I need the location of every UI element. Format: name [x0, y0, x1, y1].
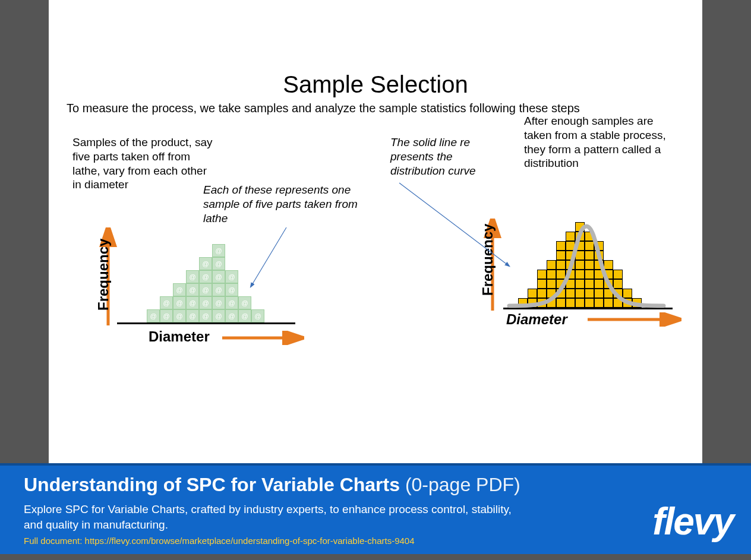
slide-subtitle: To measure the process, we take samples … — [67, 102, 702, 115]
svg-line-2 — [251, 227, 286, 287]
right-x-axis-label: Diameter — [506, 311, 567, 328]
left-y-axis-label: Frequency — [95, 239, 112, 311]
footer-band: Understanding of SPC for Variable Charts… — [0, 463, 751, 554]
footer-link[interactable]: Full document: https://flevy.com/browse/… — [24, 536, 733, 546]
callout-center: The solid line re presents the distribut… — [390, 135, 497, 178]
x-axis-arrow-icon — [586, 312, 681, 327]
slide-title: Sample Selection — [49, 71, 702, 98]
left-x-axis-line — [117, 322, 295, 324]
slide-page: Sample Selection To measure the process,… — [49, 0, 702, 463]
left-chart: Frequency Diameter @ @@ @@@ @@@@ @@@@@ @… — [90, 222, 298, 340]
x-axis-arrow-icon — [221, 331, 304, 345]
brand-logo: flevy — [652, 499, 733, 543]
callout-right-top: After enough samples are taken from a st… — [524, 114, 673, 170]
bell-curve-icon — [506, 216, 667, 311]
footer-title-light: (0-page PDF) — [400, 474, 520, 495]
right-chart: Frequency Diameter — [471, 213, 684, 331]
footer-description: Explore SPC for Variable Charts, crafted… — [24, 502, 523, 532]
callout-left-mid: Each of these represents one sample of f… — [203, 183, 358, 225]
footer-title-bold: Understanding of SPC for Variable Charts — [24, 474, 400, 495]
pointer-arrow-icon — [227, 222, 298, 293]
svg-line-5 — [399, 183, 509, 266]
footer-title: Understanding of SPC for Variable Charts… — [24, 474, 733, 496]
left-x-axis-label: Diameter — [149, 328, 210, 345]
callout-left-top: Samples of the product, say five parts t… — [72, 135, 215, 192]
pointer-arrow-icon — [393, 177, 518, 278]
diagram-area: Samples of the product, say five parts t… — [49, 118, 702, 385]
